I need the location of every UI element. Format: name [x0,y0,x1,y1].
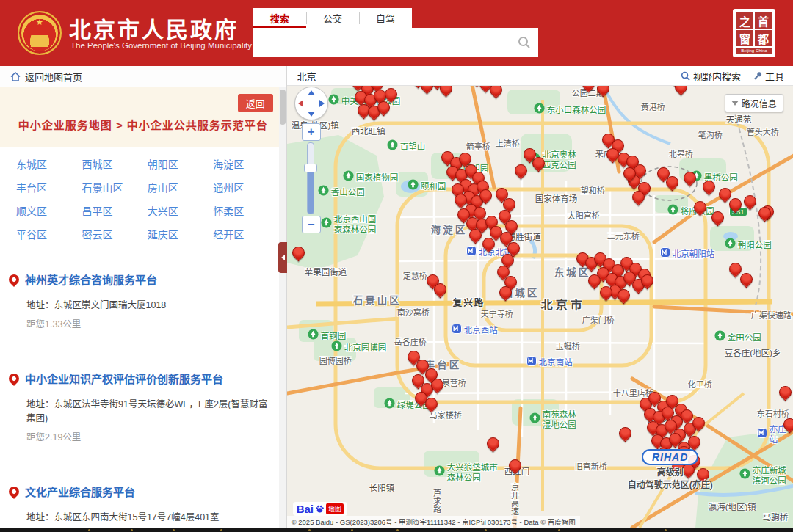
search-tab-0[interactable]: 搜索 [253,8,306,28]
district-link-7[interactable]: 通州区 [213,180,278,194]
map-label-green2: 南苑森林 湿地公园 [529,409,576,431]
district-link-13[interactable]: 密云区 [82,227,147,241]
map-label-vroad: 芦求路 [431,489,441,513]
service-list-item-1[interactable]: 中小企业知识产权评估评价创新服务平台地址：东城区法华寺街91号天坛德必WE，E座… [0,351,286,464]
seal-char: 之 [736,12,753,29]
sidebar-collapse-button[interactable] [278,242,287,273]
metro-station-icon [466,245,477,260]
map-zoom-control: + − [302,123,319,233]
park-icon [331,340,342,355]
park-icon [321,217,332,232]
district-link-12[interactable]: 平谷区 [16,227,82,241]
scrollbar-thumb[interactable] [280,90,286,125]
seal-grid: 之 首 窗 都 [736,12,772,46]
zoom-out-button[interactable]: − [302,216,321,233]
park-icon [318,185,329,200]
location-pin-icon [7,371,21,386]
park-icon [387,139,398,154]
tools-label: 工具 [765,69,784,83]
park-icon [739,468,750,483]
map-label-town: 豆各庄(地区)乡 [725,348,781,358]
map-label-town: 马驹桥 [763,512,789,522]
map-label-road: 笔沟桥 [698,131,723,141]
service-title-link[interactable]: 神州英才综合咨询服务平台 [25,272,157,287]
map-label-green: 将府公园 [667,204,714,219]
map-topbar: 北京 视野内搜索 工具 [287,66,793,86]
park-icon [343,170,354,185]
district-link-3[interactable]: 海淀区 [213,156,278,171]
capital-window-logo[interactable]: 之 首 窗 都 Beijing-China [733,9,775,57]
map-label-road: 太阳宫桥 [568,211,600,222]
location-pin-icon [7,484,21,499]
map-label-town: 苹果园街道 [305,267,347,277]
search-tab-2[interactable]: 自驾 [359,8,412,28]
search-input[interactable] [259,31,512,56]
map-label-road: 黄港桥 [641,103,665,113]
district-link-11[interactable]: 怀柔区 [213,203,278,218]
metro-station-icon [452,323,462,338]
map-label-town: 天通苑 [726,114,752,125]
map-label-blue: 北京西站 [452,323,498,338]
zoom-slider-handle[interactable] [304,164,317,172]
back-button[interactable]: 返回 [238,94,273,112]
national-emblem-icon: ★ [18,11,62,55]
map-label-road: 马家楼桥 [430,411,462,421]
metro-station-icon [526,355,537,370]
search-in-view-button[interactable]: 视野内搜索 [681,69,741,83]
map-city-label: 北京 [297,69,316,83]
park-icon [667,204,678,219]
district-link-5[interactable]: 石景山区 [82,180,147,194]
map-label-road: 定慧桥 [403,272,427,282]
service-list: 神州英才综合咨询服务平台地址：东城区崇文门国瑞大厦1018距您1.33公里中小企… [0,252,286,528]
map-label-district: 东城区 [554,267,591,280]
service-title-link[interactable]: 文化产业综合服务平台 [25,484,135,499]
wrench-icon [753,71,762,81]
district-link-6[interactable]: 房山区 [148,180,213,194]
traffic-info-button[interactable]: 路况信息 [725,94,783,112]
map-label-town: 国家体育场 [535,194,578,204]
baidu-map-chip: 地图 [326,503,344,514]
map-label-road: 管头大桥 [747,128,779,138]
service-address: 地址：东城区法华寺街91号天坛德必WE，E座2层(智慧财富集团) [26,396,275,424]
back-to-map-home[interactable]: 返回地图首页 [0,66,286,87]
content-row: 返回地图首页 返回 中小企业服务地图 > 中小企业公共服务示范平台 东城区西城区… [0,66,793,528]
service-distance: 距您1.33公里 [26,316,275,330]
map-label-road: 望和桥 [581,186,605,197]
service-list-item-2[interactable]: 文化产业综合服务平台地址：东城区东四南大街15号17号7幢4层401室距您2.2… [0,464,286,528]
map-label-road: 旧宫新桥 [575,462,607,473]
map-label-green2: 大兴狼垡城市 森林公园 [434,462,498,484]
search-tab-1[interactable]: 公交 [306,8,359,28]
emblem-star: ★ [36,18,43,26]
baidu-wordmark: Bai [297,503,314,515]
seal-char: 窗 [736,30,753,46]
district-link-8[interactable]: 顺义区 [16,203,82,218]
district-link-15[interactable]: 经开区 [213,227,278,241]
map-compass-control[interactable] [294,87,328,120]
back-home-label: 返回地图首页 [25,70,82,84]
search-icon[interactable] [518,36,531,52]
map-label-green2: 北京西山国 家森林公园 [321,214,377,236]
district-link-14[interactable]: 延庆区 [148,227,213,241]
service-list-item-0[interactable]: 神州英才综合咨询服务平台地址：东城区崇文门国瑞大厦1018距您1.33公里 [0,252,286,351]
park-icon [725,238,736,252]
sidebar-scrollbar[interactable] [279,87,286,528]
district-link-1[interactable]: 西城区 [82,156,147,171]
map-label-road: 园博园桥 [319,357,352,367]
district-link-10[interactable]: 大兴区 [148,203,213,218]
tools-button[interactable]: 工具 [753,69,784,83]
zoom-in-button[interactable]: + [302,123,321,141]
service-distance: 距您2.19公里 [26,429,275,443]
map-canvas[interactable]: 路况信息 + − RIHAD 高级别 自动驾驶示范区(亦庄) Bai 地图 © [287,85,793,528]
zoom-slider-track[interactable] [307,142,314,214]
district-link-0[interactable]: 东城区 [16,156,82,171]
map-label-road: 上清桥 [496,139,520,150]
breadcrumb-panel: 返回 中小企业服务地图 > 中小企业公共服务示范平台 [0,87,286,147]
traffic-icon [731,101,739,106]
map-label-green: 百望山 [387,139,426,154]
district-link-2[interactable]: 朝阳区 [148,156,213,171]
map-label-road: 岳各庄桥 [394,338,427,348]
district-link-9[interactable]: 昌平区 [82,203,147,218]
service-title-link[interactable]: 中小企业知识产权评估评价创新服务平台 [25,371,223,386]
district-link-4[interactable]: 丰台区 [16,180,82,194]
park-icon [434,465,445,480]
